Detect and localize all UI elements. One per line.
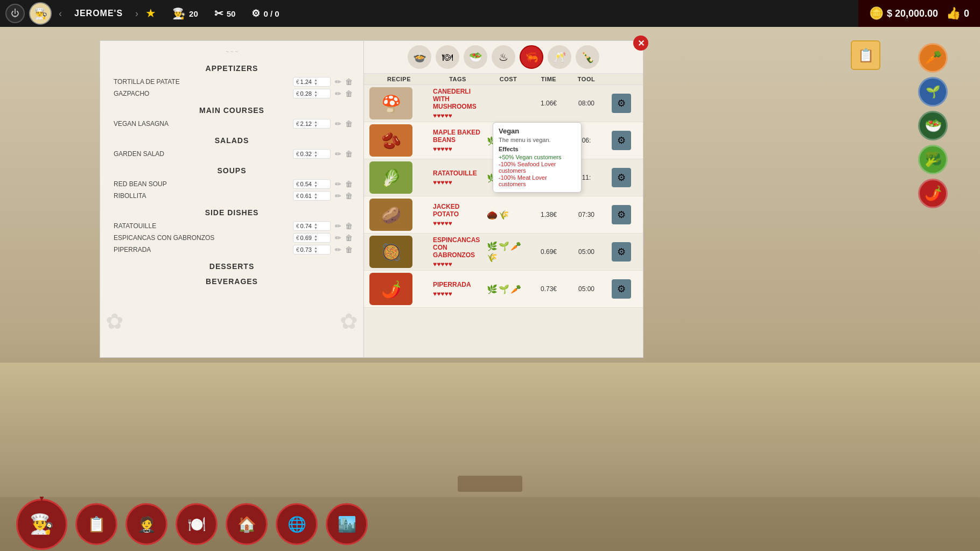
- chef-count-value: 20: [189, 9, 198, 18]
- recipe-row-espincancas[interactable]: 🥘 ESPINCANCAS CON GABRONZOS ♥♥♥♥♥ 🌿 🌱 🥕 …: [364, 234, 643, 271]
- tag-p-1: 🌿: [487, 284, 498, 294]
- recipe-tags-piperrada: 🌿 🌱 🥕: [487, 284, 530, 294]
- delete-icon-espicancas[interactable]: 🗑: [345, 234, 353, 242]
- bottom-btn-interior[interactable]: 🏠: [226, 503, 268, 545]
- sidebar-vegan[interactable]: 🌱: [918, 77, 948, 107]
- nav-left[interactable]: ‹: [56, 8, 65, 19]
- sidebar-chili[interactable]: 🌶️: [918, 179, 948, 208]
- chef-count-icon: 👨‍🍳: [172, 7, 186, 20]
- menu-decorative-top: ~ ~ ~: [111, 49, 353, 58]
- delete-icon-piperrada[interactable]: 🗑: [345, 245, 353, 254]
- thumbs-up-icon: 👍: [946, 6, 961, 20]
- filter-steam[interactable]: ♨: [492, 45, 515, 69]
- edit-icon-gazpacho[interactable]: ✏: [335, 89, 341, 98]
- tag-e-2: 🌱: [499, 241, 509, 251]
- recipe-panel: ✕ 🍲 🍽 🥗 ♨ 🦐 🥂 🍾 RECIPE TAGS COST TIME TO…: [363, 40, 643, 358]
- menu-item-ratatouille: RATATOUILLE € 0.74 ▲▼ ✏ 🗑: [111, 220, 353, 232]
- bottom-btn-city[interactable]: 🏙️: [326, 503, 368, 545]
- edit-icon-tortilla[interactable]: ✏: [335, 77, 341, 86]
- filter-soup[interactable]: 🍲: [408, 45, 431, 69]
- col-header-tool: TOOL: [568, 76, 605, 82]
- recipe-row-canederli[interactable]: 🍄 CANEDERLI WITH MUSHROOMS ♥♥♥♥♥ 1.06€ 0…: [364, 85, 643, 122]
- price-tortilla: € 1.24 ▲▼: [293, 77, 331, 87]
- item-name-tortilla: TORTILLA DE PATATE: [111, 78, 290, 86]
- section-side-dishes: SIDE DISHES: [111, 208, 353, 217]
- bottom-btn-chef[interactable]: 👨‍🍳 ▼: [16, 499, 67, 550]
- menu-book-icon[interactable]: 📋: [851, 40, 880, 70]
- recipe-cost-espincancas: 0.69€: [530, 248, 568, 256]
- bottom-btn-menu[interactable]: 📋: [75, 503, 117, 545]
- filter-glass[interactable]: 🥂: [548, 45, 571, 69]
- filter-bottle[interactable]: 🍾: [576, 45, 599, 69]
- power-button[interactable]: ⏻: [5, 4, 25, 23]
- bottom-btn-cook[interactable]: 🍽️: [176, 503, 218, 545]
- recipe-image-maple-beans: 🫘: [369, 124, 412, 157]
- delete-icon-vegan-lasagna[interactable]: 🗑: [345, 119, 353, 128]
- recipe-row-jacked-potato[interactable]: 🥔 JACKED POTATO ♥♥♥♥♥ 🌰 🌾 1.38€ 07:30 ⚙: [364, 196, 643, 234]
- nav-right[interactable]: ›: [132, 8, 141, 19]
- seats-value: 0 / 0: [263, 9, 279, 18]
- delete-icon-gazpacho[interactable]: 🗑: [345, 89, 353, 98]
- item-name-red-bean-soup: RED BEAN SOUP: [111, 180, 290, 188]
- delete-icon-ratatouille[interactable]: 🗑: [345, 222, 353, 230]
- tool-icon-ratatouille: ⚙: [612, 168, 631, 187]
- filter-bowl[interactable]: 🥗: [464, 45, 487, 69]
- tool-icon-canederli: ⚙: [612, 94, 631, 113]
- recipe-image-ratatouille: 🥬: [369, 161, 412, 194]
- recipe-name-ratatouille: RATATOUILLE: [433, 169, 487, 177]
- col-header-tags: TAGS: [429, 76, 487, 82]
- menu-corner-left: ✿: [106, 309, 149, 352]
- cook-icon: 🍽️: [187, 515, 206, 533]
- top-bar-economy: 🪙 $ 20,000.00 👍 0: [858, 0, 980, 27]
- menu-corner-right: ✿: [315, 309, 358, 352]
- delete-icon-red-bean-soup[interactable]: 🗑: [345, 180, 353, 188]
- recipe-tool-piperrada: ⚙: [605, 279, 638, 299]
- edit-icon-ratatouille[interactable]: ✏: [335, 222, 341, 230]
- recipe-info-canederli: CANEDERLI WITH MUSHROOMS ♥♥♥♥♥: [429, 88, 487, 119]
- recipe-tags-jacked-potato: 🌰 🌾: [487, 210, 530, 220]
- col-header-time: TIME: [530, 76, 568, 82]
- section-soups: SOUPS: [111, 166, 353, 175]
- recipe-time-espincancas: 05:00: [568, 248, 605, 256]
- tooltip-effect-1: -100% Seafood Lover customers: [499, 161, 576, 174]
- top-bar-stats: 👨‍🍳 20 ✂ 50 ⚙ 0 / 0: [172, 7, 279, 20]
- delete-icon-ribollita[interactable]: 🗑: [345, 192, 353, 200]
- bottom-btn-staff[interactable]: 🤵: [125, 503, 167, 545]
- tool-icon-piperrada: ⚙: [612, 279, 631, 299]
- recipe-info-ratatouille: RATATOUILLE ♥♥♥♥♥: [429, 169, 487, 186]
- recipe-hearts-ratatouille: ♥♥♥♥♥: [433, 179, 487, 186]
- edit-icon-ribollita[interactable]: ✏: [335, 192, 341, 200]
- edit-icon-piperrada[interactable]: ✏: [335, 245, 341, 254]
- recipe-tool-ratatouille: ⚙: [605, 168, 638, 187]
- section-salads: SALADS: [111, 136, 353, 145]
- likes-value: 0: [964, 8, 969, 19]
- bottom-btn-map[interactable]: 🌐: [276, 503, 318, 545]
- edit-icon-garden-salad[interactable]: ✏: [335, 150, 341, 158]
- price-piperrada: € 0.73 ▲▼: [293, 245, 331, 255]
- recipe-row-maple-beans[interactable]: 🫘 MAPLE BAKED BEANS ♥♥♥♥♥ 🌿 🌱 0.35€ 06: …: [364, 122, 643, 159]
- filter-shrimp[interactable]: 🦐: [520, 45, 543, 69]
- tooltip-effects-header: Effects: [499, 146, 576, 152]
- edit-icon-vegan-lasagna[interactable]: ✏: [335, 119, 341, 128]
- delete-icon-tortilla[interactable]: 🗑: [345, 77, 353, 86]
- item-name-piperrada: PIPERRADA: [111, 246, 290, 253]
- favorite-star[interactable]: ★: [145, 6, 156, 20]
- recipe-time-jacked-potato: 07:30: [568, 211, 605, 218]
- recipe-tool-maple-beans: ⚙: [605, 131, 638, 150]
- section-beverages: BEVERAGES: [111, 277, 353, 286]
- likes-display: 👍 0: [946, 6, 969, 20]
- edit-icon-espicancas[interactable]: ✏: [335, 234, 341, 242]
- main-modal: ~ ~ ~ APPETIZERS TORTILLA DE PATATE € 1.…: [100, 40, 643, 358]
- sidebar-herbs[interactable]: 🥗: [918, 111, 948, 140]
- sidebar-vegetable[interactable]: 🥦: [918, 145, 948, 174]
- edit-icon-red-bean-soup[interactable]: ✏: [335, 180, 341, 188]
- seats-icon: ⚙: [251, 8, 260, 19]
- tag-e-3: 🥕: [510, 241, 521, 251]
- close-button[interactable]: ✕: [633, 36, 648, 51]
- delete-icon-garden-salad[interactable]: 🗑: [345, 150, 353, 158]
- chef-avatar: 👨‍🍳: [29, 2, 52, 25]
- section-appetizers: APPETIZERS: [111, 64, 353, 73]
- filter-plate[interactable]: 🍽: [436, 45, 459, 69]
- recipe-row-piperrada[interactable]: 🌶️ PIPERRADA ♥♥♥♥♥ 🌿 🌱 🥕 0.73€ 05:00 ⚙: [364, 271, 643, 308]
- sidebar-carrots[interactable]: 🥕: [918, 43, 948, 73]
